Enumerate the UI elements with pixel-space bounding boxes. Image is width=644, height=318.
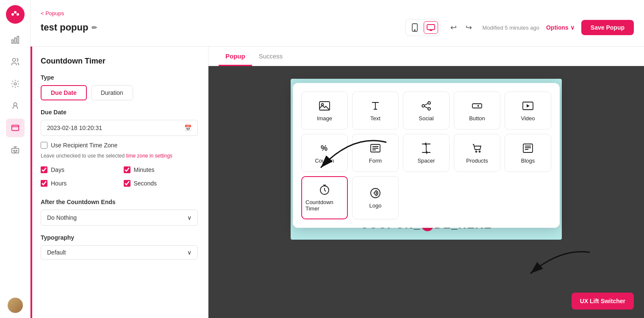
options-button[interactable]: Options ∨ xyxy=(546,24,575,31)
tab-success[interactable]: Success xyxy=(252,47,290,66)
products-icon xyxy=(471,142,483,154)
widget-spacer-label: Spacer xyxy=(417,158,435,164)
top-bar: < Popups test popup ✏ ↩ ↪ Modified 5 min… xyxy=(31,0,644,47)
widget-logo[interactable]: Logo xyxy=(352,176,399,219)
widget-products[interactable]: Products xyxy=(454,134,500,172)
edit-title-icon[interactable]: ✏ xyxy=(92,24,97,32)
widget-blogs[interactable]: Blogs xyxy=(505,134,551,172)
spacer-icon xyxy=(420,142,432,154)
desktop-view-btn[interactable] xyxy=(424,21,438,34)
mobile-view-btn[interactable] xyxy=(408,21,422,34)
hours-checkbox[interactable] xyxy=(41,180,47,187)
calendar-icon: 📅 xyxy=(184,124,192,131)
svg-point-29 xyxy=(371,188,380,198)
svg-text:%: % xyxy=(321,144,328,152)
use-tz-row: Use Recipient Time Zone xyxy=(41,142,198,149)
svg-point-8 xyxy=(14,103,17,106)
nav-analytics[interactable] xyxy=(6,30,25,49)
after-countdown-select[interactable]: Do Nothing ∨ xyxy=(41,210,198,226)
typography-label: Typography xyxy=(41,234,198,241)
days-checkbox[interactable] xyxy=(41,166,47,173)
widget-button[interactable]: Button xyxy=(454,91,500,130)
svg-point-18 xyxy=(428,102,430,104)
nav-popups[interactable] xyxy=(6,119,25,137)
widget-social[interactable]: Social xyxy=(403,91,450,130)
social-icon xyxy=(420,100,432,112)
tab-popup[interactable]: Popup xyxy=(219,47,252,66)
widget-form[interactable]: Form xyxy=(352,134,399,172)
undo-redo-group: ↩ ↪ xyxy=(447,21,476,34)
svg-rect-4 xyxy=(14,38,16,43)
widget-spacer[interactable]: Spacer xyxy=(403,134,450,172)
canvas-area: Popup Success Image xyxy=(208,47,644,318)
svg-rect-27 xyxy=(523,144,533,152)
ux-lift-switcher-button[interactable]: UX Lift Switcher xyxy=(572,293,634,310)
logo-icon xyxy=(369,187,381,199)
video-icon xyxy=(522,100,534,112)
after-countdown-label: After the Countdown Ends xyxy=(41,199,198,205)
save-popup-button[interactable]: Save Popup xyxy=(581,20,634,35)
text-icon xyxy=(369,100,381,112)
seconds-label: Seconds xyxy=(134,180,157,187)
left-nav xyxy=(0,0,31,318)
modified-status: Modified 5 minutes ago xyxy=(483,25,539,31)
type-button-group: Due Date Duration xyxy=(41,85,198,100)
days-label: Days xyxy=(51,166,64,173)
svg-point-30 xyxy=(374,192,377,194)
widget-video-label: Video xyxy=(521,115,535,122)
widget-coupon[interactable]: % Coupon xyxy=(301,134,348,172)
nav-groups[interactable] xyxy=(6,97,25,115)
widget-picker: Image Text Social xyxy=(293,83,560,228)
undo-button[interactable]: ↩ xyxy=(447,21,461,34)
typography-select[interactable]: Default ∨ xyxy=(41,245,198,260)
redo-button[interactable]: ↪ xyxy=(462,21,476,34)
widget-image-label: Image xyxy=(317,115,332,122)
top-bar-right: ↩ ↪ Modified 5 minutes ago Options ∨ Sav… xyxy=(405,19,634,36)
seconds-checkbox[interactable] xyxy=(124,180,130,187)
widget-countdown[interactable]: Countdown Timer xyxy=(301,176,348,219)
svg-rect-9 xyxy=(11,125,19,131)
back-to-popups[interactable]: < Popups xyxy=(41,10,64,17)
svg-point-14 xyxy=(414,30,415,30)
duration-type-btn[interactable]: Duration xyxy=(91,85,133,100)
nav-bot[interactable] xyxy=(6,141,25,159)
due-date-field[interactable]: 2023-02-18 10:20:31 📅 xyxy=(41,120,198,136)
minutes-checkbox[interactable] xyxy=(124,166,130,173)
due-date-label: Due Date xyxy=(41,109,198,116)
svg-rect-3 xyxy=(11,40,13,43)
svg-point-6 xyxy=(12,58,15,61)
chevron-down-icon: ∨ xyxy=(187,214,192,221)
time-units-grid: Days Minutes Hours Seconds xyxy=(41,166,198,190)
svg-point-25 xyxy=(476,151,477,152)
nav-contacts[interactable] xyxy=(6,53,25,71)
svg-point-2 xyxy=(17,13,19,16)
widget-image[interactable]: Image xyxy=(301,91,348,130)
svg-point-7 xyxy=(14,83,17,85)
svg-point-26 xyxy=(479,151,480,152)
widget-countdown-label: Countdown Timer xyxy=(305,199,344,212)
do-nothing-value: Do Nothing xyxy=(47,214,77,221)
chevron-down-icon-2: ∨ xyxy=(187,249,192,256)
svg-point-11 xyxy=(13,150,14,151)
widget-video[interactable]: Video xyxy=(505,91,551,130)
canvas-tabs: Popup Success xyxy=(208,47,644,66)
countdown-icon xyxy=(319,184,330,196)
svg-rect-5 xyxy=(17,36,19,44)
popup-title-text: test popup xyxy=(41,22,88,33)
default-font-value: Default xyxy=(47,249,66,256)
svg-point-19 xyxy=(422,105,425,107)
widget-form-label: Form xyxy=(369,158,382,164)
due-date-type-btn[interactable]: Due Date xyxy=(41,85,87,100)
nav-automations[interactable] xyxy=(6,75,25,93)
widget-social-label: Social xyxy=(419,115,433,122)
widget-text[interactable]: Text xyxy=(352,91,399,130)
app-logo[interactable] xyxy=(6,5,25,24)
use-tz-checkbox[interactable] xyxy=(41,142,47,149)
svg-point-20 xyxy=(428,108,430,110)
widget-logo-label: Logo xyxy=(369,202,382,209)
tz-settings-link[interactable]: time zone in settings xyxy=(126,153,172,159)
svg-point-1 xyxy=(14,11,17,14)
due-date-value: 2023-02-18 10:20:31 xyxy=(47,124,102,131)
user-avatar[interactable] xyxy=(8,298,23,313)
hours-label: Hours xyxy=(51,180,67,187)
